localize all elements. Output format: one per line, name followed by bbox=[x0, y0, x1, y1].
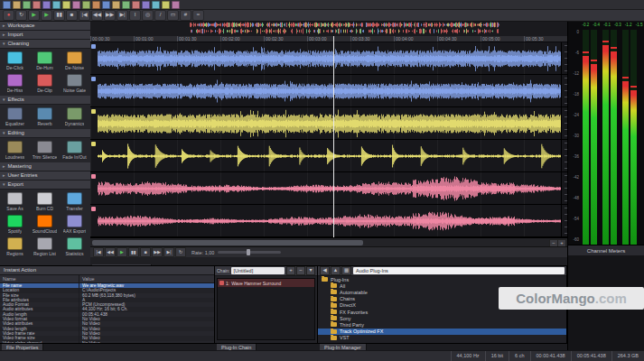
fade-in-out-tool[interactable]: Fade In/Out bbox=[60, 139, 89, 162]
tree-item-third-party[interactable]: Third Party bbox=[318, 321, 566, 328]
ruler-label[interactable]: 00:03:00 bbox=[307, 36, 350, 42]
go-to-end-button[interactable]: ▶| bbox=[163, 247, 174, 257]
pause-button[interactable]: ▮▮ bbox=[128, 247, 139, 257]
rewind-button[interactable]: ◀◀ bbox=[91, 10, 103, 21]
noise-gate-tool[interactable]: Noise Gate bbox=[60, 72, 89, 95]
de-noise-tool[interactable]: De-Noise bbox=[60, 50, 89, 72]
ruler-label[interactable]: 00:03:30 bbox=[350, 36, 394, 42]
burn-cd-tool[interactable]: Burn CD bbox=[30, 190, 60, 213]
play-button[interactable]: ▶ bbox=[41, 10, 52, 21]
save-file-icon[interactable] bbox=[23, 1, 31, 9]
stop-button[interactable]: ■ bbox=[140, 247, 151, 257]
toolbox-section-user-entries[interactable]: ▸User Entries bbox=[0, 171, 90, 180]
record-button[interactable]: ● bbox=[3, 10, 14, 21]
stop-button[interactable]: ■ bbox=[66, 10, 78, 21]
plugin-chain-icon[interactable] bbox=[162, 1, 170, 9]
rate-slider-thumb[interactable] bbox=[247, 249, 250, 255]
play-all-button[interactable]: ▶ bbox=[28, 10, 40, 21]
record-icon[interactable] bbox=[52, 1, 61, 9]
tree-item-plug-ins[interactable]: Plug-Ins bbox=[318, 276, 566, 282]
time-ruler[interactable]: 00:00:3000:01:0000:01:3000:02:0000:02:30… bbox=[90, 36, 567, 42]
loop-playback-button[interactable]: ↻ bbox=[175, 247, 186, 257]
loudness-tool[interactable]: Loudness bbox=[0, 139, 30, 162]
snap-icon[interactable] bbox=[152, 1, 160, 9]
spectrum-view-icon[interactable] bbox=[132, 1, 140, 9]
ruler-label[interactable]: 00:05:00 bbox=[481, 36, 524, 42]
chain-preset-dropdown[interactable]: [Untitled] bbox=[231, 267, 285, 274]
channel-meters-tab[interactable]: Channel Meters bbox=[568, 245, 644, 255]
toolbox-section-mastering[interactable]: ▸Mastering bbox=[0, 162, 90, 171]
statistics-tool[interactable]: Statistics bbox=[60, 236, 89, 258]
preferences-icon[interactable] bbox=[172, 1, 180, 9]
plugin-path-dropdown[interactable]: Audio Plug-Ins bbox=[353, 267, 565, 274]
tree-item-vst[interactable]: VST bbox=[318, 335, 566, 341]
save-all-icon[interactable] bbox=[33, 1, 41, 9]
ruler-label[interactable]: 00:01:00 bbox=[134, 36, 177, 42]
back-button[interactable]: ◀ bbox=[320, 266, 330, 275]
ruler-label[interactable]: 00:02:00 bbox=[220, 36, 264, 42]
tree-item-track-optimized-fx[interactable]: Track Optimized FX bbox=[318, 329, 566, 335]
chain-plugin-row[interactable]: 1:Wave Hammer Surround bbox=[218, 279, 314, 287]
de-clip-tool[interactable]: De-Clip bbox=[30, 72, 60, 95]
reverb-tool[interactable]: Reverb bbox=[30, 106, 60, 128]
overview-canvas[interactable] bbox=[90, 22, 567, 35]
pause-button[interactable]: ▮▮ bbox=[53, 10, 65, 21]
auto-ripple-button[interactable]: ≈ bbox=[192, 10, 204, 21]
column-value[interactable]: Value bbox=[79, 275, 214, 282]
remove-plugin-button[interactable]: − bbox=[296, 266, 305, 275]
column-name[interactable]: Name bbox=[0, 275, 79, 282]
ruler-label[interactable]: 00:01:30 bbox=[177, 36, 220, 42]
play-button[interactable]: ▶ bbox=[117, 247, 127, 257]
event-tool-button[interactable]: ▭ bbox=[167, 10, 179, 21]
toolbox-section-effects[interactable]: ▾Effects bbox=[0, 96, 90, 105]
trim-silence-tool[interactable]: Trim Silence bbox=[30, 139, 60, 162]
ruler-label[interactable]: 00:00:30 bbox=[90, 36, 134, 42]
save-chain-button[interactable]: ▾ bbox=[306, 266, 315, 275]
trim-icon[interactable] bbox=[92, 1, 100, 9]
save-as-tool[interactable]: Save As bbox=[0, 190, 30, 213]
regions-tool[interactable]: Regions bbox=[0, 236, 30, 258]
waveform-canvas[interactable] bbox=[98, 76, 561, 106]
ruler-label[interactable]: 00:04:30 bbox=[437, 36, 481, 42]
plugin-chain-list[interactable]: 1:Wave Hammer Surround bbox=[217, 278, 315, 340]
edit-tool-button[interactable]: I bbox=[129, 10, 141, 21]
go-to-end-button[interactable]: ▶| bbox=[117, 10, 128, 21]
import-audio-icon[interactable] bbox=[42, 1, 51, 9]
waveform-canvas[interactable] bbox=[98, 43, 561, 74]
add-plugin-button[interactable]: + bbox=[286, 266, 295, 275]
ruler-label[interactable]: 00:04:00 bbox=[394, 36, 437, 42]
de-hiss-tool[interactable]: De-Hiss bbox=[0, 72, 30, 95]
toolbox-section-cleaning[interactable]: ▾Cleaning bbox=[0, 40, 90, 49]
forward-button[interactable]: ▶▶ bbox=[152, 247, 163, 257]
go-to-start-button[interactable]: |◀ bbox=[93, 247, 104, 257]
waveform-canvas[interactable] bbox=[98, 108, 561, 139]
copy-icon[interactable] bbox=[72, 1, 80, 9]
spotify-tool[interactable]: Spotify bbox=[0, 213, 30, 236]
waveform-canvas[interactable] bbox=[98, 173, 561, 204]
snap-toggle-button[interactable]: # bbox=[180, 10, 191, 21]
toolbox-section-editing[interactable]: ▾Editing bbox=[0, 129, 90, 138]
dynamics-tool[interactable]: Dynamics bbox=[60, 106, 89, 128]
toolbox-section-workspace[interactable]: ▸Workspace bbox=[0, 22, 90, 31]
markers-icon[interactable] bbox=[142, 1, 150, 9]
open-file-icon[interactable] bbox=[13, 1, 21, 9]
new-file-icon[interactable] bbox=[3, 1, 11, 9]
de-click-tool[interactable]: De-Click bbox=[0, 50, 30, 72]
cut-icon[interactable] bbox=[62, 1, 70, 9]
forward-button[interactable]: ▶▶ bbox=[104, 10, 116, 21]
up-one-level-button[interactable]: ▲ bbox=[331, 266, 341, 275]
rate-slider[interactable] bbox=[218, 251, 281, 254]
paste-icon[interactable] bbox=[82, 1, 90, 9]
loop-playback-button[interactable]: ↻ bbox=[15, 10, 27, 21]
redo-icon[interactable] bbox=[112, 1, 120, 9]
ruler-label[interactable]: 00:02:30 bbox=[264, 36, 307, 42]
waveform-canvas[interactable] bbox=[98, 206, 561, 236]
playhead-cursor[interactable] bbox=[333, 36, 334, 237]
equalizer-tool[interactable]: Equalizer bbox=[0, 106, 30, 128]
ruler-label[interactable]: 00:05:30 bbox=[524, 36, 567, 42]
aax-export-tool[interactable]: AAX Export bbox=[60, 213, 89, 236]
project-overview-strip[interactable] bbox=[90, 22, 567, 37]
undo-icon[interactable] bbox=[102, 1, 110, 9]
transfer-tool[interactable]: Transfer bbox=[60, 190, 89, 213]
mixer-icon[interactable] bbox=[122, 1, 130, 9]
